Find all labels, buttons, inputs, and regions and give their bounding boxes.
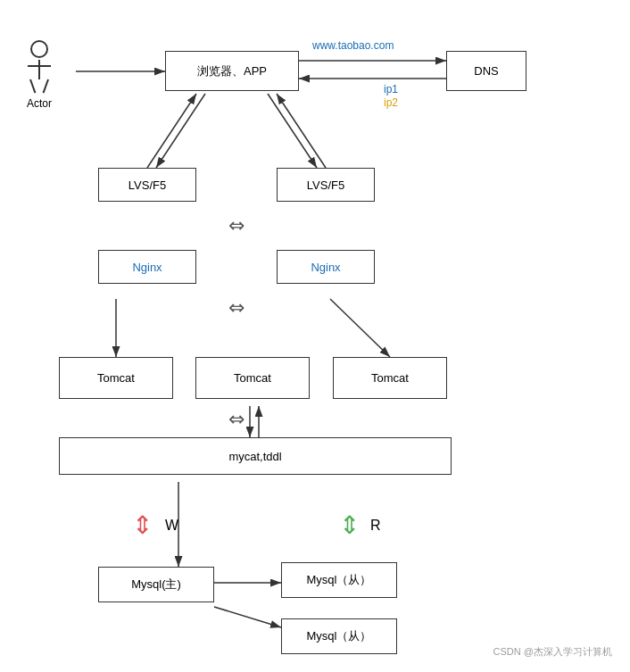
svg-line-8 [277,94,326,168]
nginx1-box: Nginx [98,250,196,284]
actor-body [38,60,40,79]
actor-arms [28,65,51,67]
ip2-label: ip2 [384,96,398,109]
tomcat2-box: Tomcat [195,357,310,399]
ip1-label: ip1 [384,83,398,95]
mycat-label: mycat,tddl [228,450,281,463]
svg-line-15 [214,607,281,627]
watermark: CSDN @杰深入学习计算机 [493,645,612,659]
lvs-nginx-arrow: ⇔ [219,212,254,239]
lvs2-box: LVS/F5 [277,168,375,202]
svg-line-10 [330,299,390,357]
lvs2-label: LVS/F5 [307,178,344,192]
tomcat1-label: Tomcat [97,371,135,385]
url-label: www.taobao.com [312,39,394,52]
nginx-tomcat-arrow: ⇔ [219,295,254,321]
mysql-master-label: Mysql(主) [131,577,181,593]
dns-box: DNS [446,51,526,91]
w-arrow: ⇕ [132,510,153,540]
mysql-slave1-label: Mysql（从） [307,572,372,588]
w-label: W [165,518,178,534]
browser-label: 浏览器、APP [197,63,267,79]
actor-legs-left [29,79,36,94]
actor-head [30,40,48,58]
mysql-slave1-box: Mysql（从） [281,562,397,598]
svg-line-6 [268,94,317,168]
r-label: R [370,518,381,534]
mysql-master-box: Mysql(主) [98,567,214,602]
actor: Actor [27,40,52,110]
svg-line-7 [147,94,196,168]
tomcat3-label: Tomcat [371,371,409,385]
tomcat-mycat-arrow: ⇔ [219,406,254,433]
lvs1-label: LVS/F5 [128,178,166,192]
mycat-box: mycat,tddl [59,437,452,475]
r-arrow: ⇕ [339,510,360,540]
diagram: Actor www.taobao.com ip1 ip2 浏览器、APP DNS… [0,0,630,672]
lvs1-box: LVS/F5 [98,168,196,202]
nginx2-label: Nginx [311,261,340,274]
tomcat2-label: Tomcat [234,371,271,385]
mysql-slave2-box: Mysql（从） [281,618,397,654]
svg-line-5 [156,94,205,168]
dns-label: DNS [474,64,498,78]
actor-legs-right [43,79,49,94]
tomcat3-box: Tomcat [333,357,447,399]
actor-label: Actor [27,97,52,110]
tomcat1-box: Tomcat [59,357,173,399]
nginx2-box: Nginx [277,250,375,284]
nginx1-label: Nginx [132,261,162,274]
mysql-slave2-label: Mysql（从） [307,628,372,644]
browser-box: 浏览器、APP [165,51,299,91]
